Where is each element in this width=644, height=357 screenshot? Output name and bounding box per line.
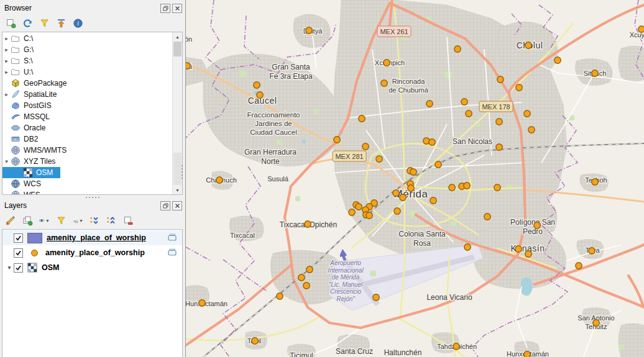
place-of-worship-marker[interactable] — [435, 161, 441, 168]
browser-item-wcs[interactable]: WCS — [2, 178, 48, 189]
browser-item-g[interactable]: ▸G:\ — [2, 44, 41, 55]
layers-undock-button[interactable] — [160, 201, 170, 210]
place-of-worship-marker[interactable] — [592, 70, 598, 76]
place-of-worship-marker[interactable] — [592, 179, 598, 185]
browser-close-button[interactable] — [172, 4, 182, 13]
expand-all-button[interactable] — [89, 215, 100, 227]
place-of-worship-marker[interactable] — [429, 139, 435, 145]
place-of-worship-marker[interactable] — [216, 177, 223, 183]
place-of-worship-marker[interactable] — [515, 246, 522, 252]
place-of-worship-marker[interactable] — [525, 251, 531, 257]
place-of-worship-marker[interactable] — [593, 320, 599, 326]
place-of-worship-marker[interactable] — [303, 282, 310, 289]
scroll-up-icon[interactable]: ▲ — [173, 32, 182, 41]
browser-scrollbar[interactable]: ▲ ▼ — [172, 32, 182, 194]
place-of-worship-marker[interactable] — [298, 274, 305, 281]
dock-splitter[interactable] — [182, 165, 183, 179]
place-of-worship-marker[interactable] — [464, 183, 470, 189]
chevron-collapsed-icon[interactable]: ▸ — [2, 69, 11, 75]
place-of-worship-marker[interactable] — [199, 300, 205, 306]
place-of-worship-marker[interactable] — [638, 26, 644, 32]
place-of-worship-marker[interactable] — [410, 169, 416, 175]
browser-item-db2[interactable]: DB2DB2 — [2, 133, 45, 145]
place-of-worship-marker[interactable] — [453, 343, 459, 350]
chevron-collapsed-icon[interactable]: ▸ — [2, 91, 11, 97]
place-of-worship-marker[interactable] — [466, 111, 472, 117]
place-of-worship-marker[interactable] — [496, 144, 502, 150]
place-of-worship-marker[interactable] — [393, 190, 399, 196]
place-of-worship-marker[interactable] — [254, 82, 260, 88]
place-of-worship-marker[interactable] — [306, 27, 312, 34]
place-of-worship-marker[interactable] — [306, 266, 313, 273]
browser-item-u[interactable]: ▸U:\ — [2, 66, 40, 78]
browser-item-geopackage[interactable]: GeoPackage — [2, 78, 74, 89]
browser-item-spatialite[interactable]: ▸SpatiaLite — [2, 89, 64, 100]
layer-visibility-checkbox[interactable] — [14, 248, 23, 258]
place-of-worship-marker[interactable] — [430, 197, 436, 204]
layer-visibility-checkbox[interactable] — [14, 233, 23, 243]
place-of-worship-marker[interactable] — [362, 143, 369, 150]
place-of-worship-marker[interactable] — [461, 99, 467, 105]
collapse-all-button[interactable] — [106, 215, 117, 227]
place-of-worship-marker[interactable] — [394, 208, 400, 214]
place-of-worship-marker[interactable] — [524, 111, 530, 117]
place-of-worship-marker[interactable] — [589, 248, 595, 254]
place-of-worship-marker[interactable] — [186, 63, 190, 69]
place-of-worship-marker[interactable] — [366, 212, 372, 219]
place-of-worship-marker[interactable] — [356, 204, 362, 210]
place-of-worship-marker[interactable] — [376, 156, 382, 162]
place-of-worship-marker[interactable] — [400, 194, 406, 201]
place-of-worship-marker[interactable] — [534, 222, 540, 228]
manage-map-themes-button[interactable]: ▼ — [39, 215, 50, 227]
layer-visibility-checkbox[interactable] — [14, 263, 23, 273]
place-of-worship-marker[interactable] — [496, 119, 502, 125]
place-of-worship-marker[interactable] — [384, 60, 390, 66]
browser-item-s[interactable]: ▸S:\ — [2, 55, 40, 66]
browser-item-mssql[interactable]: MSSQL — [2, 111, 57, 122]
place-of-worship-marker[interactable] — [305, 221, 311, 227]
filter-browser-button[interactable] — [39, 18, 50, 29]
place-of-worship-marker[interactable] — [252, 338, 258, 344]
browser-undock-button[interactable] — [160, 4, 170, 13]
place-of-worship-marker[interactable] — [525, 42, 531, 48]
filter-by-expression-button[interactable]: ε▼ — [72, 215, 83, 227]
place-of-worship-marker[interactable] — [408, 185, 414, 191]
place-of-worship-marker[interactable] — [528, 127, 535, 133]
filter-legend-button[interactable] — [55, 215, 67, 227]
place-of-worship-marker[interactable] — [349, 209, 355, 215]
place-of-worship-marker[interactable] — [381, 80, 387, 86]
add-selected-layers-button[interactable] — [5, 18, 16, 29]
browser-item-oracle[interactable]: Oracle — [2, 122, 53, 133]
chevron-expanded-icon[interactable]: ▾ — [2, 158, 11, 165]
place-of-worship-marker[interactable] — [359, 115, 365, 122]
scroll-down-icon[interactable]: ▼ — [173, 186, 182, 194]
place-of-worship-marker[interactable] — [497, 76, 504, 83]
place-of-worship-marker[interactable] — [524, 351, 530, 357]
layer-row-amenity_place_of_worship[interactable]: amenity_place_of_worship — [2, 245, 182, 260]
collapse-all-button[interactable] — [55, 18, 67, 29]
memory-layer-indicator-icon[interactable] — [167, 248, 177, 258]
map-canvas[interactable]: eónúDzityáGran SantaFe 3ra EtapaCaucelFr… — [185, 0, 644, 357]
place-of-worship-marker[interactable] — [484, 214, 490, 220]
place-of-worship-marker[interactable] — [334, 137, 340, 143]
scrollbar-thumb[interactable] — [173, 42, 182, 56]
place-of-worship-marker[interactable] — [516, 84, 522, 91]
chevron-expanded-icon[interactable]: ▾ — [5, 264, 14, 271]
place-of-worship-marker[interactable] — [257, 92, 263, 98]
place-of-worship-marker[interactable] — [449, 184, 455, 191]
browser-item-postgis[interactable]: PostGIS — [2, 100, 59, 111]
place-of-worship-marker[interactable] — [373, 294, 379, 301]
chevron-collapsed-icon[interactable]: ▸ — [2, 58, 11, 64]
memory-layer-indicator-icon[interactable] — [167, 233, 177, 243]
layer-row-osm[interactable]: ▾OSM — [2, 260, 182, 275]
browser-item-wms-wmts[interactable]: WMS/WMTS — [2, 145, 74, 156]
chevron-collapsed-icon[interactable]: ▸ — [2, 47, 11, 53]
browser-item-c[interactable]: ▸C:\ — [2, 33, 40, 44]
place-of-worship-marker[interactable] — [464, 244, 471, 250]
properties-widget-button[interactable]: i — [72, 18, 83, 29]
browser-item-osm[interactable]: OSM — [2, 167, 60, 178]
layer-row-amenity_place_of_worship[interactable]: amenity_place_of_worship — [2, 230, 182, 245]
place-of-worship-marker[interactable] — [426, 101, 433, 107]
place-of-worship-marker[interactable] — [494, 184, 500, 191]
place-of-worship-marker[interactable] — [277, 293, 283, 299]
